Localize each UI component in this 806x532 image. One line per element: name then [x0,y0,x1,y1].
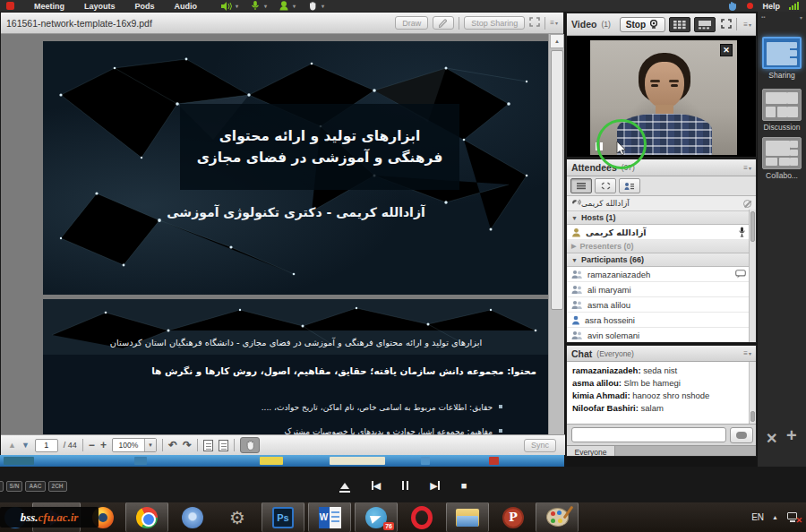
page-number-input[interactable] [35,439,58,452]
scrollbar-thumb[interactable] [551,50,563,310]
add-pod-icon[interactable]: + [786,425,797,446]
video-fullscreen-icon[interactable] [721,19,732,30]
document-scrollbar[interactable]: ▲ [548,34,564,434]
pan-tool-button[interactable] [240,437,260,453]
layouts-panel-icon[interactable]: ▪▪ [761,14,765,20]
layout-sharing[interactable]: Sharing [758,37,806,80]
mic-icon[interactable] [249,2,261,11]
menu-audio[interactable]: Audio [175,2,198,11]
previous-track-button[interactable]: ◀ [372,480,381,492]
layout-sharing-thumbnail[interactable] [762,37,802,69]
menu-layouts[interactable]: Layouts [84,2,116,11]
rotate-right-icon[interactable]: ↷ [183,439,192,451]
attendees-scrollbar[interactable] [749,210,756,343]
person-face [645,62,684,108]
close-pod-icon[interactable]: ✕ [766,430,777,447]
zoom-out-icon[interactable]: − [89,439,95,451]
mic-caret-icon[interactable]: ▾ [264,3,267,9]
chat-input[interactable] [571,427,726,442]
adobe-connect-window: Meeting Layouts Pods Audio ▾ ▾ ▾ ▾ Help [0,0,806,532]
participant-row[interactable]: asra hosseini [567,313,756,328]
single-page-view-icon[interactable] [203,440,213,451]
sync-button[interactable]: Sync [524,439,556,452]
signal-bars-icon[interactable] [789,2,799,10]
zoom-level-select[interactable]: 100% ▼ [112,438,157,452]
speaker-caret-icon[interactable]: ▾ [236,3,238,9]
mute-speaker-icon[interactable] [743,200,751,208]
attendee-status-view-button[interactable] [619,178,640,193]
chat-messages[interactable]: ramazaniazadeh: seda nist asma alilou: S… [567,362,750,424]
video-close-icon[interactable]: ✕ [720,44,733,56]
presenters-section-header[interactable]: ▶ Presenters (0) [567,240,756,253]
next-track-button[interactable]: ▶ [430,480,439,492]
participant-row[interactable]: asma alilou [567,297,756,313]
layouts-panel: ▪▪ ▾ Sharing Discussion [758,12,806,467]
document-view[interactable]: ابزارهای تولید و ارائه محتوای فرهنگی و آ… [1,34,548,434]
attendees-pod-menu-icon[interactable]: ≡ [743,164,751,172]
menu-pods[interactable]: Pods [135,2,155,11]
network-status-icon[interactable]: ✕ [786,511,801,524]
fullscreen-icon[interactable] [529,17,540,29]
next-page-icon[interactable]: ▼ [21,441,30,450]
layout-discussion[interactable]: Discussion [758,89,806,132]
stop-sharing-button[interactable]: Stop Sharing [464,16,525,30]
previous-page-icon[interactable]: ▲ [8,441,16,450]
draw-button[interactable]: Draw [395,16,428,30]
taskbar-psiphon[interactable]: P [493,502,534,532]
host-row[interactable]: آزادالله کریمی [567,225,756,240]
raise-hand-icon[interactable] [306,2,318,11]
participant-row[interactable]: ali maryami [567,282,756,297]
attendee-list-view-button[interactable] [570,178,592,193]
speaker-icon[interactable] [220,2,232,11]
stop-webcam-button[interactable]: Stop [620,17,665,32]
pause-button[interactable] [402,481,408,490]
layout-sharing-label: Sharing [758,71,806,80]
pointer-tool-icon[interactable] [433,16,454,30]
opera-icon [411,506,433,529]
participants-section-header[interactable]: ▼ Participants (66) [567,253,756,267]
eject-button[interactable] [339,478,350,493]
paint-palette-icon [546,508,569,527]
webcam-icon[interactable] [278,2,289,11]
tray-expand-icon[interactable]: ▲ [772,514,778,520]
layout-collaboration-thumbnail[interactable] [762,137,802,169]
send-message-button[interactable] [730,427,753,443]
two-page-view-icon[interactable] [219,440,228,451]
taskbar-opera[interactable] [401,502,442,532]
zoom-dropdown-icon[interactable]: ▼ [144,439,156,451]
taskbar-photoshop[interactable]: Ps [262,502,304,532]
language-indicator[interactable]: EN [751,512,764,522]
taskbar-chrome[interactable] [125,502,168,532]
video-pod-menu-icon[interactable]: ≡ [743,21,751,29]
filmstrip-view-icon[interactable] [694,17,716,32]
participant-row[interactable]: ramazaniazadeh [567,267,756,282]
folder-icon [456,509,479,527]
taskbar-paint[interactable] [536,502,579,532]
participant-row[interactable]: avin solemani [567,328,756,343]
taskbar-settings[interactable]: ⚙ [217,502,258,532]
gear-icon: ⚙ [229,509,245,527]
grid-view-icon[interactable] [669,17,690,32]
layout-discussion-thumbnail[interactable] [762,89,802,121]
rotate-left-icon[interactable]: ↶ [168,439,177,451]
chat-scrollbar[interactable] [749,362,756,424]
layout-collaboration[interactable]: Collabo... [758,137,806,180]
taskbar-telegram[interactable]: 76 [355,502,398,532]
layouts-panel-caret-icon[interactable]: ▾ [800,14,802,21]
zoom-in-icon[interactable]: + [100,439,107,451]
menu-meeting[interactable]: Meeting [34,2,64,11]
taskbar-word[interactable]: W [308,502,351,532]
scroll-up-icon[interactable]: ▲ [550,34,564,48]
breakout-view-button[interactable] [595,178,616,193]
hosts-section-header[interactable]: ▼ Hosts (1) [567,211,756,225]
taskbar-chromium[interactable] [172,502,213,532]
taskbar-explorer[interactable] [446,502,489,532]
menu-help[interactable]: Help [762,2,780,11]
share-pod-menu-icon[interactable]: ≡ [550,19,558,27]
hand-caret-icon[interactable]: ▾ [322,3,324,9]
stop-button[interactable]: ■ [461,480,467,491]
webcam-caret-icon[interactable]: ▾ [293,3,296,9]
connection-status-icon[interactable] [726,2,738,11]
tab-everyone[interactable]: Everyone [567,446,615,457]
chat-pod-menu-icon[interactable]: ≡ [743,349,751,357]
